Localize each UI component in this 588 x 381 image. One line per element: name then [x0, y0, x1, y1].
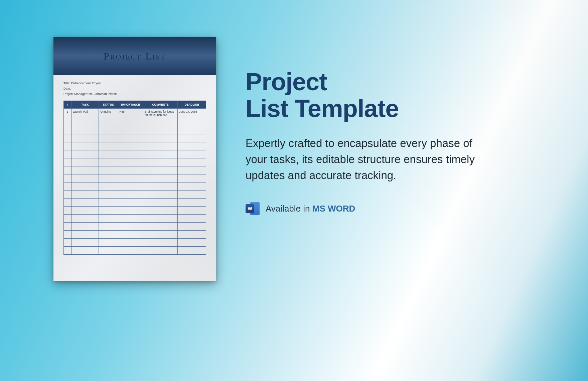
cell-deadline	[178, 207, 206, 215]
msword-icon: W	[246, 202, 260, 216]
cell-num	[64, 118, 71, 126]
cell-status	[99, 207, 118, 215]
cell-status	[99, 223, 118, 231]
cell-task	[71, 158, 99, 166]
meta-manager-label: Project Manager:	[63, 92, 88, 96]
cell-comments	[143, 158, 178, 166]
table-row	[64, 207, 206, 215]
cell-status	[99, 231, 118, 239]
cell-num	[64, 182, 71, 190]
cell-comments	[143, 174, 178, 182]
msword-icon-front: W	[246, 204, 254, 213]
cell-status	[99, 126, 118, 134]
cell-importance	[118, 142, 143, 150]
header-task: TASK	[71, 101, 99, 109]
cell-num	[64, 239, 71, 247]
cell-task	[71, 142, 99, 150]
cell-status	[99, 142, 118, 150]
promo-title: Project List Template	[246, 69, 546, 122]
cell-task	[71, 231, 99, 239]
cell-num	[64, 150, 71, 158]
cell-comments	[143, 142, 178, 150]
cell-num	[64, 126, 71, 134]
cell-task	[71, 118, 99, 126]
table-row	[64, 215, 206, 223]
meta-manager-value: Mr. Jonathan Pierce	[89, 92, 117, 96]
cell-deadline	[178, 190, 206, 199]
header-importance: IMPORTANCE	[118, 101, 143, 109]
cell-task	[71, 247, 99, 255]
project-table: # TASK STATUS IMPORTANCE COMMENTS DEADLI…	[63, 101, 206, 255]
cell-comments: Brainstorming for ideas on the launch pa…	[143, 109, 178, 118]
cell-importance	[118, 223, 143, 231]
table-header-row: # TASK STATUS IMPORTANCE COMMENTS DEADLI…	[64, 101, 206, 109]
cell-deadline	[178, 231, 206, 239]
cell-importance	[118, 231, 143, 239]
cell-task	[71, 174, 99, 182]
cell-deadline	[178, 134, 206, 142]
availability-text: Available in MS WORD	[266, 204, 355, 214]
cell-importance	[118, 174, 143, 182]
cell-status	[99, 118, 118, 126]
main-container: Project List Title: Enhancement Project …	[0, 0, 588, 381]
table-row	[64, 134, 206, 142]
cell-deadline	[178, 142, 206, 150]
cell-importance	[118, 118, 143, 126]
cell-num	[64, 158, 71, 166]
cell-deadline	[178, 223, 206, 231]
cell-num	[64, 215, 71, 223]
promo-title-line2: List Template	[246, 95, 546, 122]
cell-status	[99, 166, 118, 174]
promo-description: Expertly crafted to encapsulate every ph…	[246, 135, 496, 183]
cell-task	[71, 215, 99, 223]
cell-importance	[118, 215, 143, 223]
cell-status	[99, 239, 118, 247]
cell-comments	[143, 239, 178, 247]
table-row	[64, 150, 206, 158]
header-num: #	[64, 101, 71, 109]
cell-importance	[118, 134, 143, 142]
cell-deadline: June 17, 2065	[178, 109, 206, 118]
cell-num	[64, 190, 71, 199]
table-row	[64, 166, 206, 174]
table-row	[64, 190, 206, 199]
cell-comments	[143, 118, 178, 126]
table-row	[64, 223, 206, 231]
cell-status	[99, 150, 118, 158]
cell-deadline	[178, 118, 206, 126]
document-title: Project List	[104, 50, 166, 62]
cell-importance	[118, 239, 143, 247]
cell-importance	[118, 166, 143, 174]
cell-importance	[118, 207, 143, 215]
cell-comments	[143, 247, 178, 255]
cell-num	[64, 134, 71, 142]
meta-title-label: Title:	[63, 81, 70, 85]
cell-importance	[118, 158, 143, 166]
cell-task: Launch Pad	[71, 109, 99, 118]
cell-task	[71, 166, 99, 174]
header-comments: COMMENTS	[143, 101, 178, 109]
cell-status	[99, 190, 118, 199]
cell-task	[71, 150, 99, 158]
cell-comments	[143, 215, 178, 223]
table-row	[64, 118, 206, 126]
cell-comments	[143, 150, 178, 158]
cell-task	[71, 190, 99, 199]
cell-deadline	[178, 150, 206, 158]
table-row	[64, 174, 206, 182]
availability-row: W Available in MS WORD	[246, 202, 546, 216]
cell-num	[64, 231, 71, 239]
cell-importance	[118, 150, 143, 158]
table-body: 1Launch PadOngoingHighBrainstorming for …	[64, 109, 206, 255]
cell-importance	[118, 199, 143, 207]
cell-num	[64, 247, 71, 255]
cell-status	[99, 247, 118, 255]
cell-status	[99, 215, 118, 223]
cell-status	[99, 158, 118, 166]
cell-task	[71, 199, 99, 207]
cell-deadline	[178, 247, 206, 255]
table-row	[64, 126, 206, 134]
cell-num	[64, 174, 71, 182]
table-row	[64, 182, 206, 190]
cell-importance: High	[118, 109, 143, 118]
